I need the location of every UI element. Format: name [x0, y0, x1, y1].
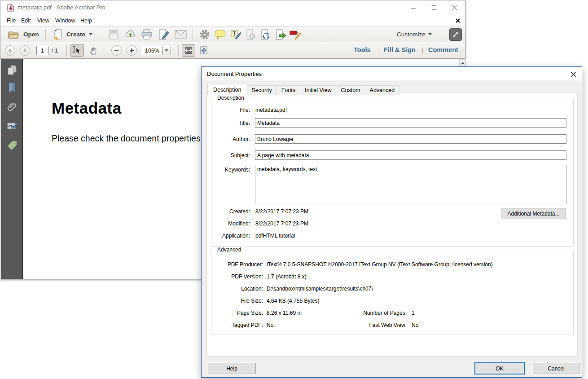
- additional-metadata-button[interactable]: Additional Metadata...: [501, 208, 566, 219]
- minimize-button[interactable]: [408, 3, 418, 12]
- navigation-sidebar: [1, 59, 23, 279]
- page-size-value: 8.26 x 11.69 in: [267, 310, 302, 316]
- dialog-close-icon[interactable]: [569, 70, 577, 78]
- fit-page-icon[interactable]: [197, 44, 211, 57]
- location-value: D:\sandbox\htmlsamples\target\results\ch…: [267, 286, 373, 292]
- maximize-button[interactable]: [429, 3, 439, 12]
- tab-description[interactable]: Description: [207, 84, 247, 96]
- navigation-toolbar: / 1: [0, 42, 465, 59]
- title-field[interactable]: [255, 118, 566, 128]
- dialog-tabstrip: Description Security Fonts Initial View …: [207, 84, 399, 95]
- subject-label: Subject:: [211, 152, 250, 159]
- fill-sign-icon[interactable]: [230, 29, 241, 40]
- pdf-body-text: Please check the document properties: [52, 133, 201, 144]
- keywords-field[interactable]: metadata, keywords, test: [255, 165, 566, 204]
- page-refresh-icon[interactable]: [260, 29, 271, 40]
- sign-document-icon[interactable]: [158, 29, 169, 40]
- comment-bubble-icon[interactable]: [215, 30, 226, 40]
- subject-field[interactable]: [255, 150, 566, 160]
- fit-width-icon[interactable]: [182, 44, 195, 57]
- number-of-pages-label: Number of Pages:: [353, 310, 407, 316]
- hand-tool[interactable]: [87, 44, 101, 57]
- chevron-down-icon[interactable]: [428, 33, 432, 35]
- page-size-label: Page Size:: [213, 310, 263, 316]
- menu-view[interactable]: View: [35, 17, 51, 25]
- page-thumbnails-icon[interactable]: [6, 64, 18, 76]
- signatures-icon[interactable]: [6, 120, 18, 132]
- tab-tools[interactable]: Tools: [354, 46, 371, 53]
- close-button[interactable]: [450, 3, 460, 12]
- tab-initial-view[interactable]: Initial View: [300, 85, 337, 95]
- page-delete-icon[interactable]: [245, 29, 256, 40]
- zoom-out-icon[interactable]: [111, 45, 122, 56]
- created-value: 8/22/2017 7:07:23 PM: [255, 208, 308, 215]
- toolbar-separator: [107, 44, 107, 56]
- cancel-button[interactable]: Cancel: [533, 363, 579, 374]
- file-size-value: 4.64 KB (4,755 Bytes): [267, 298, 319, 304]
- chevron-down-icon: [165, 49, 168, 52]
- pdf-version-label: PDF Version:: [213, 273, 263, 280]
- open-button[interactable]: Open: [23, 31, 39, 38]
- tab-comment[interactable]: Comment: [428, 46, 458, 53]
- ok-button[interactable]: OK: [474, 362, 525, 375]
- zoom-level-input[interactable]: [142, 46, 162, 55]
- menu-edit[interactable]: Edit: [19, 17, 33, 25]
- dotted-separator: [422, 46, 423, 55]
- upload-cloud-icon[interactable]: [124, 29, 136, 40]
- pdf-heading: Metadata: [52, 99, 122, 117]
- menu-window[interactable]: Window: [53, 17, 77, 25]
- file-size-label: File Size:: [213, 298, 263, 304]
- author-field[interactable]: [255, 134, 566, 144]
- scroll-up-icon[interactable]: [459, 59, 466, 66]
- dotted-separator: [378, 46, 378, 55]
- close-document-icon[interactable]: [455, 17, 461, 23]
- main-toolbar: Open Create: [0, 26, 465, 42]
- create-button[interactable]: Create: [66, 31, 85, 38]
- zoom-dropdown-button[interactable]: [162, 46, 171, 55]
- description-legend: Description: [215, 95, 246, 101]
- redact-sign-icon[interactable]: [289, 29, 301, 40]
- dialog-title: Document Properties: [207, 71, 262, 77]
- menu-help[interactable]: Help: [79, 17, 94, 25]
- page-export-icon[interactable]: [275, 29, 286, 40]
- chevron-down-icon[interactable]: [89, 33, 92, 35]
- modified-label: Modified:: [211, 220, 250, 227]
- tab-fonts[interactable]: Fonts: [276, 85, 300, 95]
- previous-page-icon[interactable]: [5, 45, 15, 56]
- zoom-in-icon[interactable]: [127, 45, 137, 56]
- tagged-pdf-label: Tagged PDF:: [213, 322, 263, 328]
- document-properties-dialog: Document Properties Description Security…: [201, 66, 582, 378]
- customize-button[interactable]: Customize: [397, 31, 426, 38]
- create-pdf-icon[interactable]: [53, 29, 64, 40]
- attachments-icon[interactable]: [6, 101, 18, 113]
- email-icon[interactable]: [175, 30, 187, 39]
- toolbar-separator: [99, 29, 99, 40]
- fast-web-view-value: No: [412, 322, 418, 328]
- tab-security[interactable]: Security: [247, 85, 277, 95]
- author-label: Author:: [211, 136, 250, 142]
- toolbar-separator: [442, 29, 442, 40]
- window-title: metadata.pdf - Adobe Acrobat Pro: [18, 4, 105, 11]
- file-value: metadata.pdf: [255, 107, 287, 113]
- page-number-input[interactable]: [36, 46, 48, 55]
- tags-icon[interactable]: [6, 140, 18, 151]
- toolbar-separator: [178, 44, 179, 56]
- menu-file[interactable]: File: [5, 17, 18, 25]
- tab-custom[interactable]: Custom: [336, 85, 365, 95]
- next-page-icon[interactable]: [20, 45, 30, 56]
- help-button[interactable]: Help: [208, 363, 256, 374]
- keywords-label: Keywords:: [211, 167, 250, 173]
- pdf-version-value: 1.7 (Acrobat 8.x): [267, 273, 307, 280]
- advanced-legend: Advanced: [215, 247, 243, 253]
- tab-fill-sign[interactable]: Fill & Sign: [384, 46, 416, 53]
- tab-advanced[interactable]: Advanced: [365, 85, 400, 95]
- fullscreen-icon[interactable]: [449, 28, 462, 41]
- number-of-pages-value: 1: [412, 310, 415, 316]
- open-folder-icon[interactable]: [8, 29, 20, 40]
- print-icon[interactable]: [141, 29, 153, 40]
- select-tool[interactable]: [70, 44, 84, 57]
- gear-icon[interactable]: [199, 29, 210, 40]
- bookmarks-icon[interactable]: [6, 82, 18, 94]
- modified-value: 8/22/2017 7:07:23 PM: [255, 220, 308, 227]
- save-icon[interactable]: [108, 29, 119, 40]
